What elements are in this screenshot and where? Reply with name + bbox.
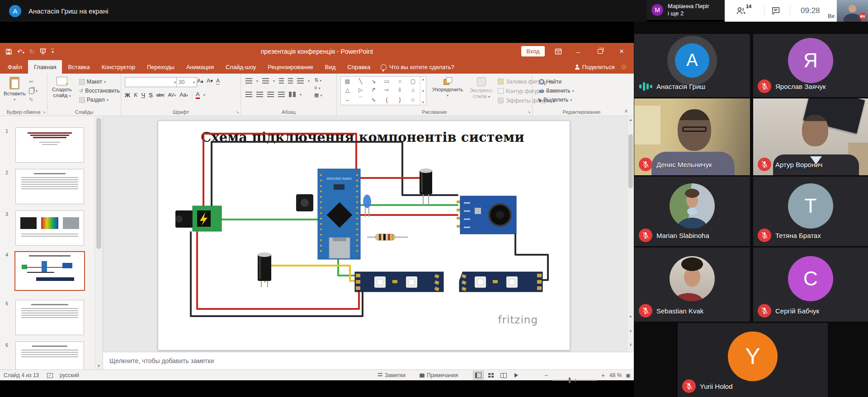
font-dialog-launcher[interactable]: ↘ [236,110,239,114]
justify-icon[interactable] [278,92,285,97]
slide-thumbnail-4-selected[interactable] [14,251,85,291]
minimize-button[interactable]: – [571,43,586,60]
shape-icon[interactable]: ▤ [341,77,354,86]
language-indicator[interactable]: русский [60,370,79,381]
clear-formatting-button[interactable]: А [216,78,220,85]
undo-icon[interactable]: ↶▾ [17,48,24,55]
tab-design[interactable]: Конструктор [96,60,141,74]
shape-icon[interactable]: ╲ [354,77,367,86]
align-center-icon[interactable] [256,92,263,97]
spell-check-icon[interactable]: ✓ [47,370,53,381]
shape-icon[interactable]: } [393,94,406,105]
underline-button[interactable]: Ч [141,92,145,98]
tab-view[interactable]: Вид [319,60,342,74]
customize-qat-icon[interactable]: ▾ [52,49,54,54]
align-text-button[interactable]: ≡ ▾ [314,85,322,90]
shape-icon[interactable]: ▷ [354,86,367,95]
shape-icon[interactable]: ↘ [367,77,380,86]
tab-transitions[interactable]: Переходы [141,60,180,74]
collapse-ribbon-icon[interactable]: ∧ [624,108,628,114]
shape-icon[interactable]: ↱ [367,86,380,95]
slide-thumbnail-5[interactable] [15,300,84,335]
chat-icon[interactable] [771,6,781,16]
next-slide-button[interactable]: ⇟ [627,341,634,348]
zoom-level[interactable]: 48 % [609,370,622,381]
font-color-button[interactable]: А [196,91,200,99]
participant-tile-marian[interactable]: Marian Slabinoha [634,177,750,246]
slide-thumbnail-2[interactable] [15,169,84,204]
line-spacing-icon[interactable] [297,78,304,84]
feedback-smiley-icon[interactable]: ☺ [618,60,634,74]
strikethrough-button[interactable]: abc [156,92,165,98]
replace-button[interactable]: abЗаменить▾ [539,86,574,95]
ribbon-display-options-button[interactable] [551,43,566,60]
italic-button[interactable]: К [134,91,138,98]
thumbnail-panel-scrollbar[interactable]: ▼ [94,116,103,369]
scroll-down-arrow[interactable]: ▼ [95,362,103,369]
shape-icon[interactable]: ▢ [406,77,420,86]
shape-icon[interactable]: ⇨ [380,86,393,95]
current-slide-canvas[interactable]: Схема підключення компонентів системи [158,121,570,350]
reset-button[interactable]: ↺Восстановить [79,86,120,95]
tab-home[interactable]: Главная [28,60,62,74]
shape-icon[interactable]: △ [341,86,354,95]
sign-in-button[interactable]: Вход [521,46,545,56]
shape-icon[interactable]: ∿ [367,94,380,105]
shape-icon[interactable]: ⌒ [354,94,367,105]
shrink-font-button[interactable]: А▾ [207,78,213,85]
character-spacing-button[interactable]: AV▾ [168,92,176,98]
convert-smartart-button[interactable]: ▦ ▾ [314,92,322,98]
shapes-gallery-scrollbar[interactable]: ▲▼▼ [420,77,426,105]
slide-thumbnail-1[interactable] [15,127,84,163]
paste-button[interactable]: Вставить ▾ [4,77,26,103]
normal-view-button[interactable] [473,371,484,380]
columns-icon[interactable] [289,92,296,97]
copy-button[interactable]: ▾ [29,86,38,95]
shape-icon[interactable]: { [380,94,393,105]
fit-to-window-button[interactable]: ▣ [626,370,630,381]
shape-icon[interactable]: ○ [393,77,406,86]
tell-me-box[interactable]: Что вы хотите сделать? [376,60,459,74]
slideshow-view-button[interactable] [511,371,522,380]
slide-thumbnail-6[interactable] [15,341,84,369]
zoom-slider-knob[interactable] [569,378,571,383]
participant-tile-tetiana[interactable]: T Тетяна Братах [753,177,868,246]
text-shadow-button[interactable]: S [149,92,153,98]
increase-indent-icon[interactable] [288,78,293,84]
slide-thumbnail-3[interactable] [15,210,84,246]
redo-icon[interactable]: ↻ [29,48,35,55]
new-slide-button[interactable]: Создать слайд ▾ [52,77,72,99]
tab-slideshow[interactable]: Слайд-шоу [220,60,262,74]
arrange-button[interactable]: Упорядочить ▾ [430,77,465,98]
drawing-dialog-launcher[interactable]: ↘ [527,110,531,114]
scrollbar-thumb[interactable] [96,118,101,249]
zoom-slider[interactable] [552,370,598,381]
tab-help[interactable]: Справка [341,60,376,74]
start-slideshow-icon[interactable] [39,48,47,55]
participant-tile-sebastian[interactable]: Sebastian Kvak [634,248,750,322]
shape-icon[interactable]: ☆ [406,94,420,105]
format-painter-button[interactable]: ✎ [29,95,38,104]
participant-tile-serhii[interactable]: C Сергій Бабчук [753,248,868,322]
font-size-combobox[interactable]: 30▾ [176,77,197,87]
notes-toggle-button[interactable]: Заметки [378,370,406,381]
scrollbar-thumb[interactable] [628,134,633,188]
participants-icon[interactable] [736,5,746,16]
tab-insert[interactable]: Вставка [62,60,95,74]
save-icon[interactable] [5,48,12,55]
active-speaker-box[interactable]: M Маріанна Пиріг і ще 2 [647,0,725,20]
tab-animations[interactable]: Анимация [180,60,220,74]
notes-pane[interactable]: Щелкните, чтобы добавить заметки [103,352,634,369]
select-button[interactable]: Выделить▾ [539,95,574,104]
tab-file[interactable]: Файл [2,60,28,74]
restore-button[interactable] [592,43,608,60]
shape-icon[interactable]: ▭ [380,77,393,86]
font-color-dropdown[interactable]: ▾ [203,93,205,97]
scroll-down-arrow[interactable]: ▼ [627,313,634,320]
editor-scrollbar[interactable]: ▲ ▼ ⇞ ⇟ [627,116,634,352]
align-right-icon[interactable] [267,92,274,97]
participant-tile-yaroslav[interactable]: Я Ярослав Заячук [753,34,868,97]
tab-review[interactable]: Рецензирование [262,60,319,74]
previous-slide-button[interactable]: ⇞ [627,327,634,335]
zoom-in-button[interactable]: + [601,370,605,381]
